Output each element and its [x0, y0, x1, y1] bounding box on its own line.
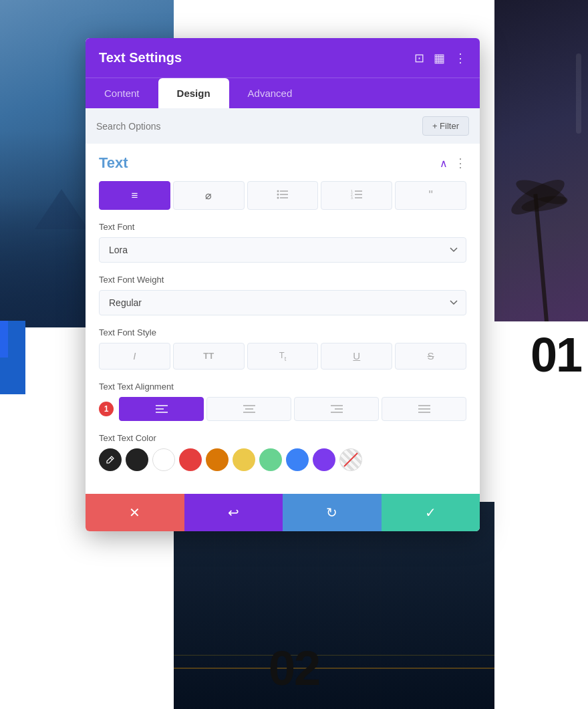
section-more-icon[interactable]: ⋮: [454, 156, 466, 170]
quote-icon: ": [428, 188, 432, 202]
color-orange[interactable]: [206, 448, 229, 471]
font-style-buttons: I TT Tt U S: [99, 343, 466, 370]
color-red[interactable]: [179, 448, 202, 471]
alignment-buttons: 1: [99, 397, 466, 421]
ordered-list-icon: 1. 2. 3.: [351, 189, 363, 202]
align-left-button[interactable]: ≡: [99, 181, 170, 210]
text-section-header: Text ∧ ⋮: [99, 154, 466, 172]
text-font-label: Text Font: [99, 222, 466, 232]
italic-icon: I: [133, 350, 136, 362]
color-blue[interactable]: [286, 448, 309, 471]
section-controls: ∧ ⋮: [440, 156, 466, 170]
text-align-center-button[interactable]: [206, 397, 291, 421]
label-02: 02: [269, 641, 319, 696]
text-color-group: Text Text Color: [99, 433, 466, 471]
section-title: Text: [99, 154, 128, 172]
strikethrough-icon: S: [428, 350, 434, 362]
color-black[interactable]: [126, 448, 148, 471]
blue-accent-bar-small: [0, 321, 8, 358]
text-align-right-button[interactable]: [294, 397, 379, 421]
color-white[interactable]: [152, 448, 175, 471]
reset-button[interactable]: ↩: [184, 494, 283, 531]
text-align-left-button[interactable]: [119, 397, 204, 421]
collapse-icon[interactable]: ∧: [440, 157, 448, 170]
text-font-weight-group: Text Font Weight Regular Bold Light Medi…: [99, 275, 466, 315]
color-yellow[interactable]: [233, 448, 255, 471]
background-top-right: [494, 0, 588, 327]
strikethrough-button[interactable]: S: [395, 343, 466, 370]
tab-advanced[interactable]: Advanced: [229, 78, 311, 108]
list-icon: [277, 189, 289, 202]
align-left-icon: ≡: [131, 189, 138, 202]
align-none-button[interactable]: ⌀: [173, 181, 245, 210]
text-font-style-label: Text Font Style: [99, 327, 466, 337]
tab-design[interactable]: Design: [158, 78, 229, 108]
text-font-weight-label: Text Font Weight: [99, 275, 466, 285]
more-options-icon[interactable]: ⋮: [454, 51, 466, 65]
text-alignment-label: Text Text Alignment: [99, 382, 466, 392]
quote-button[interactable]: ": [395, 181, 466, 210]
columns-icon[interactable]: ▦: [434, 51, 445, 65]
search-input[interactable]: [96, 121, 422, 132]
text-font-weight-select[interactable]: Regular Bold Light Medium SemiBold: [99, 290, 466, 315]
color-picker-button[interactable]: [99, 448, 122, 471]
redo-button[interactable]: ↻: [283, 494, 382, 531]
action-bar: ✕ ↩ ↻ ✓: [86, 494, 480, 531]
uppercase-icon: TT: [203, 351, 214, 361]
filter-button[interactable]: + Filter: [422, 116, 469, 136]
confirm-button[interactable]: ✓: [382, 494, 480, 531]
italic-button[interactable]: I: [99, 343, 170, 370]
svg-point-4: [277, 194, 279, 196]
text-color-label: Text Text Color: [99, 433, 466, 443]
modal-header: Text Settings ⊡ ▦ ⋮: [86, 38, 480, 78]
ordered-list-button[interactable]: 1. 2. 3.: [321, 181, 392, 210]
svg-point-5: [277, 197, 279, 199]
text-font-style-group: Text Font Style I TT Tt U S: [99, 327, 466, 370]
slash-circle-icon: ⌀: [205, 189, 212, 202]
label-01: 01: [531, 327, 581, 382]
color-palette: [99, 448, 466, 471]
svg-line-24: [344, 453, 357, 466]
tab-bar: Content Design Advanced: [86, 78, 480, 108]
text-font-group: Text Font Lora Arial Georgia Times New R…: [99, 222, 466, 263]
expand-icon[interactable]: ⊡: [414, 51, 424, 65]
uppercase-button[interactable]: TT: [173, 343, 245, 370]
text-font-select[interactable]: Lora Arial Georgia Times New Roman: [99, 237, 466, 263]
svg-text:3.: 3.: [351, 196, 353, 200]
alignment-badge: 1: [99, 402, 114, 416]
cancel-button[interactable]: ✕: [86, 494, 184, 531]
underline-icon: U: [353, 350, 360, 362]
tab-content[interactable]: Content: [86, 78, 158, 108]
background-bottom-center: [174, 502, 494, 709]
modal-title: Text Settings: [99, 50, 182, 65]
modal-content-area: Text ∧ ⋮ ≡ ⌀: [86, 144, 480, 494]
text-settings-modal: Text Settings ⊡ ▦ ⋮ Content Design Advan…: [86, 38, 480, 531]
color-purple[interactable]: [313, 448, 335, 471]
list-button[interactable]: [247, 181, 319, 210]
text-align-justify-button[interactable]: [382, 397, 466, 421]
capitalize-icon: Tt: [279, 350, 286, 362]
search-bar: + Filter: [86, 108, 480, 144]
underline-button[interactable]: U: [321, 343, 392, 370]
color-none[interactable]: [339, 448, 362, 471]
text-alignment-group: Text Text Alignment 1: [99, 382, 466, 421]
header-icons: ⊡ ▦ ⋮: [414, 51, 466, 65]
svg-point-3: [277, 190, 279, 192]
color-green[interactable]: [259, 448, 282, 471]
capitalize-button[interactable]: Tt: [247, 343, 319, 370]
text-style-buttons: ≡ ⌀: [99, 181, 466, 210]
